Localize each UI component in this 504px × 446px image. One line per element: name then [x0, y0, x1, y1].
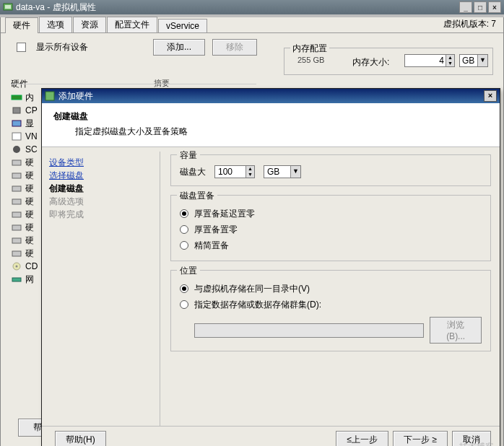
remove-button: 移除	[212, 39, 257, 56]
list-item[interactable]: 硬	[11, 247, 43, 260]
radio-thick-eager[interactable]	[180, 225, 188, 234]
spin-up-icon[interactable]: ▲	[246, 166, 254, 172]
maximize-button[interactable]: □	[474, 1, 487, 13]
nav-finish: 即将完成	[49, 208, 160, 221]
tab-vservice[interactable]: vService	[158, 19, 207, 32]
dialog-titlebar: 添加硬件 ×	[42, 89, 500, 103]
tab-hardware[interactable]: 硬件	[5, 17, 38, 33]
list-item[interactable]: VN	[11, 130, 43, 143]
minimize-button[interactable]: _	[459, 1, 472, 13]
capacity-group: 容量 磁盘大 100▲▼ GB▼	[170, 154, 491, 186]
disk-icon	[11, 209, 22, 219]
tab-resources[interactable]: 资源	[73, 17, 106, 32]
list-item[interactable]: 硬	[11, 182, 43, 195]
vm-version: 虚拟机版本: 7	[443, 18, 496, 32]
tab-options[interactable]: 选项	[39, 17, 72, 32]
disk-icon	[11, 196, 22, 206]
memory-label: 内存大小:	[352, 56, 389, 69]
list-item[interactable]: 硬	[11, 156, 43, 169]
disk-unit: GB	[267, 167, 279, 177]
disk-icon	[11, 183, 22, 193]
list-item[interactable]: 硬	[11, 169, 43, 182]
list-item[interactable]: CD	[11, 260, 43, 273]
list-item[interactable]: 内	[11, 91, 43, 104]
radio-same-dir[interactable]	[180, 284, 188, 293]
svg-point-17	[16, 266, 18, 268]
nav-select-disk[interactable]: 选择磁盘	[49, 169, 160, 182]
spin-down-icon[interactable]: ▼	[246, 172, 254, 178]
dialog-footer: 帮助(H) ≤上一步 下一步 ≥ 取消	[42, 426, 500, 446]
memory-value-spinner[interactable]: 4▲▼	[404, 54, 455, 67]
provision-group: 磁盘置备 厚置备延迟置零 厚置备置零 精简置备	[170, 195, 491, 261]
svg-rect-12	[12, 212, 21, 217]
list-item[interactable]: 硬	[11, 234, 43, 247]
svg-rect-5	[12, 121, 21, 126]
dialog-header: 创建磁盘 指定虚拟磁盘大小及置备策略	[42, 103, 500, 147]
watermark: 技术博客	[459, 442, 494, 446]
show-all-label: 显示所有设备	[36, 41, 88, 53]
list-item[interactable]: 硬	[11, 208, 43, 221]
add-button[interactable]: 添加...	[153, 39, 205, 56]
svg-rect-14	[12, 238, 21, 243]
list-item[interactable]: SC	[11, 143, 43, 156]
disk-icon	[11, 248, 22, 258]
radio-specify-ds[interactable]	[180, 300, 188, 309]
dialog-title: 添加硬件	[58, 90, 93, 102]
capacity-label: 磁盘大	[180, 166, 206, 178]
next-button[interactable]: 下一步 ≥	[393, 431, 448, 446]
memory-unit: GB	[462, 56, 474, 66]
show-all-checkbox[interactable]	[17, 43, 26, 52]
list-item[interactable]: CP	[11, 104, 43, 117]
disk-icon	[11, 235, 22, 245]
watermark-l2: 技术博客	[459, 442, 494, 446]
tab-profile[interactable]: 配置文件	[107, 17, 157, 32]
spin-up-icon[interactable]: ▲	[446, 55, 454, 61]
memory-icon	[11, 92, 22, 102]
memory-value: 4	[439, 56, 444, 66]
wizard-icon	[45, 91, 55, 101]
svg-rect-6	[12, 133, 21, 140]
parent-title: data-va - 虚拟机属性	[16, 1, 96, 14]
disk-unit-combo[interactable]: GB▼	[264, 165, 301, 178]
dialog-close-button[interactable]: ×	[484, 90, 497, 102]
browse-button: 浏览(B)...	[430, 317, 482, 344]
svg-rect-8	[12, 160, 21, 165]
back-button[interactable]: ≤上一步	[336, 431, 388, 446]
disk-icon	[11, 170, 22, 180]
chevron-down-icon[interactable]: ▼	[290, 166, 300, 178]
add-hardware-dialog: 添加硬件 × 创建磁盘 指定虚拟磁盘大小及置备策略 设备类型 选择磁盘 创建磁盘…	[41, 88, 500, 446]
radio-thin-label: 精简置备	[194, 237, 229, 253]
wizard-nav: 设备类型 选择磁盘 创建磁盘 高级选项 即将完成	[42, 152, 160, 426]
datastore-input	[194, 323, 424, 338]
spin-down-icon[interactable]: ▼	[446, 61, 454, 66]
dialog-help-button[interactable]: 帮助(H)	[55, 431, 106, 446]
chevron-down-icon[interactable]: ▼	[477, 55, 487, 66]
list-item[interactable]: 硬	[11, 195, 43, 208]
header-divider	[11, 84, 256, 84]
svg-rect-4	[13, 108, 20, 113]
svg-rect-2	[12, 95, 22, 100]
svg-rect-13	[12, 225, 21, 230]
list-item[interactable]: 网	[11, 273, 43, 286]
svg-rect-18	[12, 278, 21, 281]
memory-unit-combo[interactable]: GB▼	[459, 54, 488, 67]
wizard-page: 容量 磁盘大 100▲▼ GB▼ 磁盘置备 厚置备延迟置零 厚置备置零 精简置备…	[160, 152, 500, 426]
radio-thick-lazy[interactable]	[180, 209, 188, 218]
disk-size-spinner[interactable]: 100▲▼	[214, 165, 255, 178]
tabs-row: 硬件 选项 资源 配置文件 vService 虚拟机版本: 7	[1, 17, 503, 33]
list-item[interactable]: 硬	[11, 221, 43, 234]
hardware-list: 内 CP 显 VN SC 硬 硬 硬 硬 硬 硬 硬 硬 CD 网	[11, 91, 43, 286]
radio-specify-ds-label: 指定数据存储或数据存储群集(D):	[194, 297, 321, 312]
disk-size-value: 100	[218, 167, 233, 177]
vm-icon	[3, 2, 13, 12]
nav-device-type[interactable]: 设备类型	[49, 156, 160, 169]
disk-icon	[11, 222, 22, 232]
close-button[interactable]: ×	[488, 1, 501, 13]
radio-thin[interactable]	[180, 241, 188, 250]
list-item[interactable]: 显	[11, 117, 43, 130]
svg-rect-19	[45, 92, 54, 100]
location-legend: 位置	[177, 265, 200, 277]
dialog-subheading: 指定虚拟磁盘大小及置备策略	[75, 126, 488, 138]
dialog-heading: 创建磁盘	[53, 110, 488, 123]
video-icon	[11, 118, 22, 128]
